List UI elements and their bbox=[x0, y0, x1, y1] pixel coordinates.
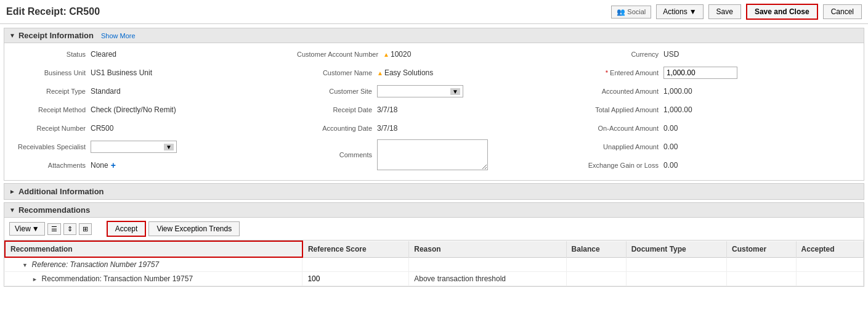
social-button[interactable]: 👥 Social bbox=[611, 6, 651, 19]
col-reason: Reason bbox=[409, 241, 566, 257]
total-applied-label: Total Applied Amount bbox=[583, 106, 663, 113]
rec-row-2-customer bbox=[727, 272, 796, 286]
accounted-amount-value: 1,000.00 bbox=[663, 87, 692, 96]
comments-label: Comments bbox=[297, 151, 377, 158]
receivables-specialist-row: Receivables Specialist ▼ bbox=[10, 139, 285, 154]
receivables-specialist-input[interactable] bbox=[94, 142, 164, 151]
comments-textarea[interactable] bbox=[377, 139, 488, 170]
accounting-date-row: Accounting Date 3/7/18 bbox=[297, 121, 571, 136]
view-exception-trends-button[interactable]: View Exception Trends bbox=[148, 221, 240, 236]
status-label: Status bbox=[10, 51, 91, 58]
customer-site-label: Customer Site bbox=[297, 88, 377, 95]
customer-account-flag-icon: ▲ bbox=[383, 51, 389, 58]
attachments-container: None + bbox=[91, 160, 116, 170]
rec-row-2-score: 100 bbox=[302, 272, 409, 286]
status-value: Cleared bbox=[91, 50, 116, 59]
customer-site-input[interactable] bbox=[380, 87, 450, 96]
customer-name-row: Customer Name ▲ Easy Solutions bbox=[297, 65, 571, 80]
rec-row-1-label: ▼ Reference: Transaction Number 19757 bbox=[5, 257, 302, 272]
receipt-section-title: Receipt Information bbox=[18, 31, 94, 40]
additional-information-section: ► Additional Information bbox=[4, 183, 864, 200]
recommendations-section-header: ▼ Recommendations bbox=[4, 203, 864, 218]
comments-row: Comments bbox=[297, 139, 571, 170]
exchange-label: Exchange Gain or Loss bbox=[583, 162, 663, 169]
cancel-button[interactable]: Cancel bbox=[823, 4, 862, 19]
entered-amount-input[interactable] bbox=[663, 67, 737, 79]
accounted-amount-label: Accounted Amount bbox=[583, 88, 663, 95]
receipt-method-value: Check (Directly/No Remit) bbox=[91, 105, 176, 114]
receipt-type-label: Receipt Type bbox=[10, 88, 91, 95]
receipt-date-label: Receipt Date bbox=[297, 106, 377, 113]
total-applied-row: Total Applied Amount 1,000.00 bbox=[583, 102, 858, 117]
accept-button[interactable]: Accept bbox=[107, 221, 147, 237]
form-col-2: Customer Account Number ▲ 10020 Customer… bbox=[291, 47, 577, 176]
currency-value: USD bbox=[663, 50, 679, 59]
rec-row-1-score bbox=[302, 257, 409, 272]
on-account-row: On-Account Amount 0.00 bbox=[583, 121, 858, 136]
rec-row-1-accepted bbox=[796, 257, 863, 272]
rec-row-1-reason bbox=[409, 257, 566, 272]
row-triangle-icon: ▼ bbox=[22, 262, 28, 268]
view-chevron-icon: ▼ bbox=[32, 224, 39, 233]
currency-label: Currency bbox=[583, 51, 663, 58]
rec-row-2-accepted bbox=[796, 272, 863, 286]
exchange-value: 0.00 bbox=[663, 161, 678, 170]
receivables-specialist-select[interactable]: ▼ bbox=[91, 141, 177, 153]
rec-row-2-label: ► Recommendation: Transaction Number 197… bbox=[5, 272, 302, 286]
business-unit-value: US1 Business Unit bbox=[91, 68, 152, 77]
receipt-information-section: ▼ Receipt Information Show More Status C… bbox=[4, 28, 864, 181]
receipt-number-value: CR500 bbox=[91, 124, 113, 133]
customer-account-row: Customer Account Number ▲ 10020 bbox=[297, 47, 571, 62]
receipt-form-body: Status Cleared Business Unit US1 Busines… bbox=[4, 43, 864, 180]
on-account-label: On-Account Amount bbox=[583, 125, 663, 132]
chevron-down-icon: ▼ bbox=[689, 7, 697, 16]
customer-name-flag-icon: ▲ bbox=[377, 70, 383, 76]
save-and-close-button[interactable]: Save and Close bbox=[746, 4, 818, 20]
customer-site-dropdown[interactable]: ▼ bbox=[450, 88, 460, 95]
collapse-triangle-icon: ▼ bbox=[9, 32, 15, 39]
additional-section-title: Additional Information bbox=[18, 187, 104, 196]
rec-row-1-customer bbox=[727, 257, 796, 272]
receipt-date-value: 3/7/18 bbox=[377, 105, 397, 114]
customer-account-label: Customer Account Number bbox=[297, 51, 383, 58]
receipt-method-row: Receipt Method Check (Directly/No Remit) bbox=[10, 102, 285, 117]
customer-site-select[interactable]: ▼ bbox=[377, 85, 463, 97]
receipt-method-label: Receipt Method bbox=[10, 106, 91, 113]
add-attachment-icon[interactable]: + bbox=[111, 160, 116, 170]
col-accepted: Accepted bbox=[796, 241, 863, 257]
accounting-date-value: 3/7/18 bbox=[377, 124, 397, 133]
page-title: Edit Receipt: CR500 bbox=[6, 6, 611, 17]
rec-row-2-balance bbox=[566, 272, 626, 286]
actions-button[interactable]: Actions ▼ bbox=[656, 4, 703, 19]
view-button[interactable]: View ▼ bbox=[9, 222, 45, 236]
entered-amount-label: Entered Amount bbox=[583, 69, 663, 76]
toolbar-icon-btn-3[interactable]: ⊞ bbox=[79, 223, 92, 235]
receipt-type-value: Standard bbox=[91, 87, 121, 96]
accounting-date-label: Accounting Date bbox=[297, 125, 377, 132]
customer-site-row: Customer Site ▼ bbox=[297, 84, 571, 99]
unapplied-value: 0.00 bbox=[663, 142, 678, 151]
customer-name-value: Easy Solutions bbox=[384, 68, 433, 77]
rec-row-2-reason: Above transaction threshold bbox=[409, 272, 566, 286]
business-unit-row: Business Unit US1 Business Unit bbox=[10, 65, 285, 80]
col-document-type: Document Type bbox=[626, 241, 726, 257]
rec-row-1-balance bbox=[566, 257, 626, 272]
receivables-specialist-dropdown[interactable]: ▼ bbox=[164, 144, 174, 150]
toolbar-icon-btn-1[interactable]: ☰ bbox=[47, 223, 61, 235]
customer-name-label: Customer Name bbox=[297, 69, 377, 76]
exchange-row: Exchange Gain or Loss 0.00 bbox=[583, 158, 858, 173]
save-button[interactable]: Save bbox=[708, 4, 741, 19]
header-actions: 👥 Social Actions ▼ Save Save and Close C… bbox=[611, 4, 862, 20]
receipt-number-label: Receipt Number bbox=[10, 125, 91, 132]
social-icon: 👥 bbox=[617, 8, 625, 16]
toolbar-icon-btn-2[interactable]: ⇕ bbox=[63, 223, 76, 235]
col-customer: Customer bbox=[727, 241, 796, 257]
attachments-row: Attachments None + bbox=[10, 158, 285, 173]
show-more-link[interactable]: Show More bbox=[101, 32, 136, 39]
recommendations-section: ▼ Recommendations View ▼ ☰ ⇕ ⊞ Accept Vi… bbox=[4, 202, 864, 287]
recommendations-table: Recommendation Reference Score Reason Ba… bbox=[4, 241, 864, 286]
rec-row-1-doctype bbox=[626, 257, 726, 272]
attachments-value: None bbox=[91, 161, 108, 170]
additional-section-header[interactable]: ► Additional Information bbox=[4, 184, 864, 199]
currency-row: Currency USD bbox=[583, 47, 858, 62]
